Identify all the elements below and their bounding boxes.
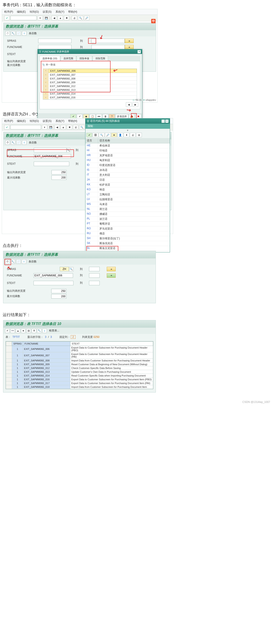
lang-row-KO[interactable]: KO韩语 bbox=[86, 187, 170, 192]
info-icon[interactable]: i bbox=[22, 31, 26, 36]
col-select[interactable] bbox=[6, 342, 12, 346]
accept-icon-2[interactable]: ✔ bbox=[4, 125, 10, 130]
modal-cancel-icon[interactable]: ✖ bbox=[136, 114, 141, 118]
result-row[interactable]: 1EXIT_SAPMM06E_006Export Data to Custome… bbox=[6, 346, 153, 352]
res-sort-desc-icon[interactable]: ▼ bbox=[21, 328, 26, 333]
res-filter-icon[interactable]: ▥ bbox=[26, 328, 31, 333]
lang-row-SH[interactable]: SH塞尔维亚语(拉丁) bbox=[86, 236, 170, 241]
lang-layout-icon[interactable]: ⊞ bbox=[136, 133, 142, 137]
back-icon-2[interactable]: ◀ bbox=[54, 125, 60, 130]
execute-icon[interactable]: ⏱ bbox=[5, 31, 10, 36]
menu-help-2[interactable]: 帮助(H) bbox=[68, 120, 77, 122]
lang-restrict-tab[interactable]: 限制 bbox=[86, 124, 170, 129]
lang-row-PT[interactable]: PT葡萄牙语 bbox=[86, 222, 170, 226]
tab-exclude-range[interactable]: 排除范围 bbox=[92, 56, 108, 61]
modal-value-row[interactable]: ◦EXIT_SAPMM06E_014 bbox=[43, 92, 137, 96]
result-row[interactable]: 1EXIT_SAPMM06E_013Update Customer's Own … bbox=[6, 370, 153, 374]
find-icon[interactable]: 🔍 bbox=[78, 16, 83, 20]
modal-delete-row-icon[interactable]: ➖ bbox=[96, 114, 102, 118]
input-funcname-to-3[interactable] bbox=[89, 273, 100, 278]
input-maxres-3[interactable] bbox=[51, 294, 66, 298]
lang-sort-icon[interactable]: ★ bbox=[111, 133, 117, 137]
lang-personal-icon[interactable]: 👤 bbox=[118, 133, 123, 137]
variant-icon-2[interactable]: 🔧 bbox=[11, 140, 15, 145]
input-funcname-to[interactable] bbox=[92, 45, 125, 49]
cancel-icon[interactable]: ✖ bbox=[64, 16, 69, 20]
check-table-label[interactable]: 检查表... bbox=[49, 329, 59, 332]
lang-row-LV[interactable]: LV拉脱维亚语 bbox=[86, 197, 170, 202]
result-row[interactable]: 1EXIT_SAPMM06E_009Reset Customer Data at… bbox=[6, 362, 153, 366]
lang-row-RO[interactable]: RO罗马尼亚语 bbox=[86, 226, 170, 231]
result-row[interactable]: 1EXIT_SAPMM06E_008Import Data from Custo… bbox=[6, 358, 153, 362]
lang-row-JA[interactable]: JA日语 bbox=[86, 178, 170, 182]
result-row[interactable]: 1EXIT_SAPMM06E_012Check Customer-Specifi… bbox=[6, 366, 153, 370]
menu-help[interactable]: 帮助(H) bbox=[68, 10, 77, 13]
modal-import-icon[interactable]: 📥 bbox=[129, 114, 135, 118]
save-icon[interactable]: 💾 bbox=[44, 16, 49, 20]
lang-row-HR[interactable]: HR克罗地亚语 bbox=[86, 153, 170, 158]
modal-delete-all-icon[interactable]: 🗑 bbox=[102, 114, 108, 118]
menu-program[interactable]: 程序(P) bbox=[4, 10, 13, 13]
lang-export-icon[interactable]: ⬇ bbox=[124, 133, 130, 137]
input-spras-to-3[interactable] bbox=[89, 267, 100, 271]
multi-funcname-button-3[interactable]: ➜ bbox=[107, 273, 116, 278]
print-icon[interactable]: 🖨 bbox=[72, 16, 77, 20]
modal-insert-icon[interactable]: 📋 bbox=[90, 114, 96, 118]
variant-icon[interactable]: 🔧 bbox=[11, 31, 15, 36]
lang-row-ID[interactable]: ID印度尼西亚语 bbox=[86, 163, 170, 168]
menu-settings[interactable]: 设置(S) bbox=[42, 10, 52, 13]
exit-icon-2[interactable]: ▲ bbox=[60, 125, 66, 130]
menu-goto-2[interactable]: 转到(G) bbox=[30, 120, 39, 122]
ok-code-input[interactable] bbox=[10, 16, 36, 20]
exit-icon[interactable]: ▲ bbox=[58, 16, 63, 20]
input-outwidth-3[interactable] bbox=[51, 289, 66, 293]
lang-row-RU[interactable]: RU俄语 bbox=[86, 231, 170, 236]
input-funcname-from-2[interactable] bbox=[34, 154, 71, 158]
variant-icon-3[interactable]: 🔧 bbox=[11, 259, 15, 264]
modal-close-icon[interactable]: ✕ bbox=[138, 50, 141, 53]
find-next-icon[interactable]: 🔎 bbox=[84, 16, 90, 20]
result-row[interactable]: 1EXIT_SAPMM06E_017Export Data to Custome… bbox=[6, 381, 153, 385]
col-funcname[interactable]: FUNCNAME bbox=[23, 342, 70, 346]
lang-hdr-name[interactable]: 语言名称 bbox=[98, 138, 112, 143]
new-icon[interactable]: 📄 bbox=[16, 31, 21, 36]
modal-value-row[interactable]: ◦EXIT_SAPMM06E_008 bbox=[43, 77, 137, 80]
lang-row-HE[interactable]: HE希伯来语 bbox=[86, 144, 170, 148]
input-funcname-from-3[interactable] bbox=[34, 273, 73, 278]
lang-find-icon[interactable]: 🔍 bbox=[99, 133, 104, 137]
menu-goto[interactable]: 转到(G) bbox=[30, 10, 39, 13]
lang-grid-body[interactable]: HE希伯来语HI印地语HR克罗地亚语HU匈牙利语ID印度尼西亚语IS冰岛语IT意… bbox=[86, 144, 170, 252]
result-row[interactable]: 1EXIT_SAPMM06E_018Import Data from Custo… bbox=[6, 385, 153, 389]
lang-row-NO[interactable]: NO挪威语 bbox=[86, 212, 170, 217]
save-icon-2[interactable]: 💾 bbox=[48, 125, 54, 130]
lang-row-IT[interactable]: IT意大利语 bbox=[86, 173, 170, 178]
modal-accept-icon[interactable]: ✔ bbox=[70, 114, 76, 118]
multi-spras-button-3[interactable]: ➜ bbox=[107, 267, 116, 271]
lang-row-MS[interactable]: MS马来语 bbox=[86, 202, 170, 207]
input-outwidth-2[interactable] bbox=[52, 170, 66, 174]
input-stext-3[interactable] bbox=[34, 281, 74, 285]
input-stext-to-3[interactable] bbox=[89, 281, 100, 285]
menu-settings-2[interactable]: 设置(S) bbox=[42, 120, 52, 122]
modal-value-row[interactable]: ◦EXIT_SAPMM06E_009 bbox=[43, 80, 137, 84]
dropdown-icon-2[interactable]: ▾ bbox=[42, 125, 47, 130]
lang-close-icon[interactable]: ✕ bbox=[165, 120, 168, 123]
input-spras-from[interactable] bbox=[38, 39, 72, 43]
res-check-icon[interactable]: ✔ bbox=[5, 328, 10, 333]
col-spras[interactable]: SPRAS bbox=[12, 342, 23, 346]
new-icon-3[interactable]: 📄 bbox=[16, 259, 21, 264]
modal-value-row[interactable]: ◦EXIT_SAPMM06E_012 bbox=[43, 84, 137, 88]
lang-maximize-icon[interactable]: □ bbox=[162, 120, 165, 123]
tab-exclude-single[interactable]: 排除单值 bbox=[76, 56, 92, 61]
back-icon[interactable]: ◀ bbox=[52, 16, 57, 20]
print-icon-2[interactable]: 🖨 bbox=[73, 125, 78, 130]
ok-code-input-2[interactable] bbox=[10, 125, 41, 130]
menu-edit-2[interactable]: 编辑(E) bbox=[17, 120, 26, 122]
modal-value-row[interactable]: ◦EXIT_SAPMM06E_007 bbox=[43, 73, 137, 77]
col-stext[interactable]: STEXT bbox=[70, 342, 153, 346]
multi-funcname-button[interactable]: ➜ bbox=[125, 45, 134, 49]
lang-hdr-code[interactable]: 语言 bbox=[86, 138, 98, 143]
lang-row-SL[interactable]: SL斯洛文尼亚语 bbox=[86, 246, 170, 251]
f4-spras-icon-3[interactable]: 🔍 bbox=[69, 267, 74, 272]
menu-system[interactable]: 系统(Y) bbox=[56, 10, 64, 13]
